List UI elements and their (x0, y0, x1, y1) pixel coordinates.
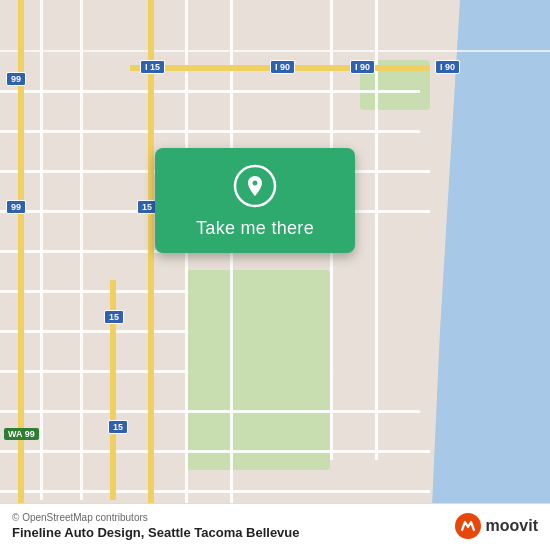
park-area-2 (185, 370, 330, 470)
place-name-text: Fineline Auto Design, Seattle Tacoma Bel… (12, 525, 300, 540)
road-h-11 (0, 490, 430, 493)
attribution-text: © OpenStreetMap contributors (12, 512, 300, 523)
take-me-there-card[interactable]: Take me there (155, 148, 355, 253)
shield-99-top: 99 (6, 72, 26, 86)
shield-i90-3: I 90 (435, 60, 460, 74)
moovit-brand-text: moovit (486, 517, 538, 535)
road-v-3 (185, 0, 188, 550)
shield-99-mid: 99 (6, 200, 26, 214)
bottom-left: © OpenStreetMap contributors Fineline Au… (12, 512, 300, 540)
moovit-logo[interactable]: moovit (454, 512, 538, 540)
shield-15-mid: 15 (137, 200, 157, 214)
shield-wa99: WA 99 (4, 428, 39, 440)
take-me-there-label: Take me there (196, 218, 314, 239)
shield-15-lower: 15 (104, 310, 124, 324)
road-v-2 (80, 0, 83, 500)
road-h-9 (0, 410, 420, 413)
road-h-8 (0, 370, 185, 373)
road-v-4 (230, 0, 233, 550)
road-h-1 (0, 90, 420, 93)
shield-i90-2: I 90 (350, 60, 375, 74)
highway-i15 (148, 0, 154, 550)
road-h-2 (0, 130, 420, 133)
road-h-6 (0, 290, 185, 293)
location-pin-icon (233, 164, 277, 208)
water-area (430, 0, 550, 550)
shield-i15-top: I 15 (140, 60, 165, 74)
moovit-brand-icon (454, 512, 482, 540)
road-v-1 (40, 0, 43, 500)
road-h-7 (0, 330, 185, 333)
shield-i90-1: I 90 (270, 60, 295, 74)
shield-15-bottom: 15 (108, 420, 128, 434)
map-container: I 90 I 90 I 90 I 15 15 15 15 99 99 WA 99… (0, 0, 550, 550)
bottom-bar: © OpenStreetMap contributors Fineline Au… (0, 503, 550, 550)
road-h-10 (0, 450, 430, 453)
